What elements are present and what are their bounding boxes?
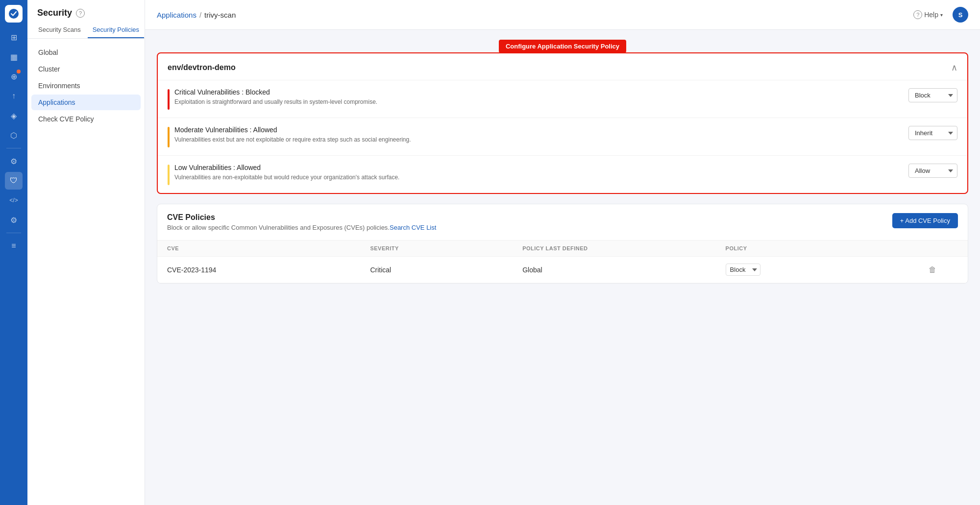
low-policy-select[interactable]: Block Allow Inherit (908, 164, 957, 178)
critical-vuln-row: Critical Vulnerabilities : Blocked Explo… (158, 80, 967, 118)
grid-nav-icon[interactable]: ⊞ (5, 28, 23, 46)
moderate-vuln-left: Moderate Vulnerabilities : Allowed Vulne… (168, 126, 899, 147)
critical-vuln-desc: Exploitation is straightforward and usua… (174, 98, 377, 106)
cube-nav-icon[interactable]: ◈ (5, 107, 23, 124)
nodes-nav-icon[interactable]: ⬡ (5, 126, 23, 144)
tab-security-policies[interactable]: Security Policies (88, 22, 144, 38)
moderate-vuln-row: Moderate Vulnerabilities : Allowed Vulne… (158, 118, 967, 156)
cve-card: CVE Policies Block or allow specific Com… (157, 204, 968, 284)
left-rail: ⊞ ▦ ⊕ ↑ ◈ ⬡ ⚙ 🛡 </> ⚙ ≡ (0, 0, 27, 505)
cve-title: CVE Policies (167, 213, 436, 222)
cve-card-header: CVE Policies Block or allow specific Com… (157, 204, 968, 240)
topbar: Applications / trivy-scan ? Help ▾ S (145, 0, 980, 30)
sidebar-tabs: Security Scans Security Policies (27, 18, 145, 39)
logo[interactable] (5, 5, 23, 23)
breadcrumb-current: trivy-scan (204, 11, 236, 19)
critical-vuln-right: Block Allow Inherit (908, 88, 957, 102)
tab-security-scans[interactable]: Security Scans (33, 22, 86, 38)
add-cve-button[interactable]: + Add CVE Policy (892, 213, 958, 228)
col-policy: POLICY (726, 245, 929, 251)
chart-nav-icon[interactable]: ▦ (5, 48, 23, 66)
low-indicator (168, 165, 170, 185)
col-policy-last-defined: POLICY LAST DEFINED (522, 245, 725, 251)
sidebar-item-applications[interactable]: Applications (31, 95, 141, 110)
deploy-nav-icon[interactable]: ⊕ (5, 68, 23, 85)
sidebar-title: Security (37, 8, 72, 18)
cve-header-text: CVE Policies Block or allow specific Com… (167, 213, 436, 231)
policy-card-header: env/devtron-demo ∧ (158, 53, 967, 80)
main-content: Applications / trivy-scan ? Help ▾ S Con… (145, 0, 980, 505)
breadcrumb: Applications / trivy-scan (157, 11, 236, 19)
user-avatar[interactable]: S (953, 7, 968, 23)
sidebar-nav: Global Cluster Environments Applications… (27, 39, 145, 133)
cve-table: CVE SEVERITY POLICY LAST DEFINED POLICY … (157, 240, 968, 283)
cve-policy-select[interactable]: Block Allow Inherit (726, 264, 760, 276)
shield-nav-icon[interactable]: 🛡 (5, 172, 23, 190)
critical-vuln-left: Critical Vulnerabilities : Blocked Explo… (168, 88, 899, 110)
sidebar-item-global[interactable]: Global (31, 45, 141, 60)
col-severity: SEVERITY (370, 245, 522, 251)
topbar-right: ? Help ▾ S (909, 7, 968, 23)
gear2-nav-icon[interactable]: ⚙ (5, 211, 23, 229)
sidebar-help-icon[interactable]: ? (76, 9, 85, 18)
help-button[interactable]: ? Help ▾ (909, 8, 947, 21)
col-actions (929, 245, 958, 251)
low-vuln-left: Low Vulnerabilities : Allowed Vulnerabil… (168, 164, 899, 185)
low-vuln-row: Low Vulnerabilities : Allowed Vulnerabil… (158, 156, 967, 193)
critical-indicator (168, 89, 170, 110)
cve-severity: Critical (370, 266, 522, 274)
sidebar-item-environments[interactable]: Environments (31, 78, 141, 94)
help-chevron-icon: ▾ (940, 12, 943, 18)
env-name: env/devtron-demo (168, 63, 236, 72)
sidebar-item-cluster[interactable]: Cluster (31, 61, 141, 77)
cve-delete-cell: 🗑 (929, 265, 958, 274)
configure-label: Configure Application Security Policy (499, 40, 626, 53)
policy-card: env/devtron-demo ∧ Critical Vulnerabilit… (157, 52, 968, 194)
rail-divider-1 (6, 148, 21, 148)
moderate-vuln-desc: Vulnerabilities exist but are not exploi… (174, 136, 411, 144)
help-circle-icon: ? (913, 10, 922, 19)
low-vuln-right: Block Allow Inherit (908, 164, 957, 178)
sidebar-header: Security ? (27, 0, 145, 18)
rocket-nav-icon[interactable]: ↑ (5, 87, 23, 105)
svg-point-0 (9, 9, 19, 19)
cve-id: CVE-2023-1194 (167, 266, 370, 274)
cve-policy-last-defined: Global (522, 266, 725, 274)
critical-vuln-info: Critical Vulnerabilities : Blocked Explo… (174, 88, 377, 106)
content-area: Configure Application Security Policy en… (145, 30, 980, 293)
layers-nav-icon[interactable]: ≡ (5, 237, 23, 255)
moderate-policy-select[interactable]: Block Allow Inherit (908, 126, 957, 140)
critical-vuln-title: Critical Vulnerabilities : Blocked (174, 88, 377, 96)
cve-delete-icon[interactable]: 🗑 (929, 265, 936, 274)
cve-description: Block or allow specific Common Vulnerabi… (167, 224, 436, 231)
moderate-vuln-title: Moderate Vulnerabilities : Allowed (174, 126, 411, 134)
cve-table-header: CVE SEVERITY POLICY LAST DEFINED POLICY (157, 240, 968, 257)
critical-policy-select[interactable]: Block Allow Inherit (908, 88, 957, 102)
help-label: Help (924, 11, 938, 19)
low-vuln-title: Low Vulnerabilities : Allowed (174, 164, 399, 171)
code-nav-icon[interactable]: </> (5, 192, 23, 209)
collapse-button[interactable]: ∧ (951, 62, 957, 73)
moderate-indicator (168, 127, 170, 147)
cve-table-row: CVE-2023-1194 Critical Global Block Allo… (157, 257, 968, 283)
sidebar: Security ? Security Scans Security Polic… (27, 0, 145, 505)
cve-policy-cell: Block Allow Inherit (726, 264, 929, 276)
low-vuln-info: Low Vulnerabilities : Allowed Vulnerabil… (174, 164, 399, 182)
settings-nav-icon[interactable]: ⚙ (5, 152, 23, 170)
moderate-vuln-info: Moderate Vulnerabilities : Allowed Vulne… (174, 126, 411, 144)
low-vuln-desc: Vulnerabilities are non-exploitable but … (174, 173, 399, 182)
search-cve-link[interactable]: Search CVE List (390, 224, 436, 231)
breadcrumb-applications[interactable]: Applications (157, 11, 196, 19)
rail-divider-2 (6, 233, 21, 233)
moderate-vuln-right: Block Allow Inherit (908, 126, 957, 140)
sidebar-item-check-cve[interactable]: Check CVE Policy (31, 111, 141, 127)
col-cve: CVE (167, 245, 370, 251)
breadcrumb-separator: / (199, 11, 201, 19)
